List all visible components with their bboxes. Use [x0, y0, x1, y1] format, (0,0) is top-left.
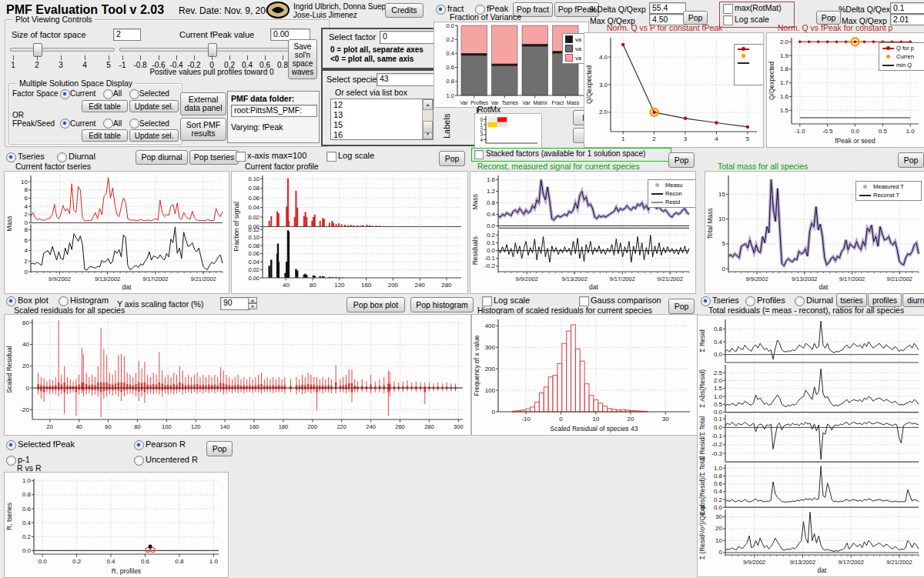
- q-log-scale-checkbox[interactable]: [723, 15, 733, 25]
- svg-text:2.5: 2.5: [714, 369, 723, 376]
- external-data-panel-button[interactable]: Externaldata panel: [180, 92, 226, 115]
- max-rotmat-label: max(RotMat): [735, 3, 782, 12]
- fpeak-seed-selected-radio[interactable]: [129, 119, 139, 129]
- factor-space-slider-thumb[interactable]: [33, 43, 42, 57]
- gauss-comparison-label: Gauss comparison: [591, 296, 661, 305]
- credits-button[interactable]: Credits: [385, 3, 424, 18]
- factor-space-current-radio[interactable]: [60, 89, 70, 99]
- pop-profile-button[interactable]: Pop: [439, 151, 465, 166]
- delta-q-field-left[interactable]: 55.4: [649, 2, 686, 14]
- svg-text:2: 2: [25, 211, 28, 218]
- svg-text:0.4: 0.4: [714, 488, 723, 495]
- svg-text:Fraction of signal: Fraction of signal: [233, 202, 240, 252]
- select-factor-hint-1: 0 = plot all, separate axes: [330, 45, 424, 54]
- svg-text:300: 300: [454, 423, 464, 430]
- svg-text:80: 80: [134, 423, 140, 430]
- delta-q-field-right[interactable]: 0.1: [890, 2, 924, 14]
- pop-total-mass-button[interactable]: Pop: [898, 152, 924, 168]
- total-mass-legend: Measured T Reconst T: [855, 181, 922, 201]
- pop-diurnal-button[interactable]: Pop diurnal: [136, 150, 188, 165]
- y-axis-scaling-spinner[interactable]: ▲▼: [248, 297, 257, 309]
- factor-space-slider-track[interactable]: [10, 48, 115, 52]
- max-rotmat-checkbox[interactable]: [723, 4, 733, 14]
- svg-text:0.6: 0.6: [447, 64, 454, 71]
- edit-table-button-1[interactable]: Edit table: [82, 100, 128, 112]
- select-factor-label: Select factor: [329, 32, 376, 42]
- svg-text:80: 80: [310, 282, 316, 289]
- svg-text:0.4: 0.4: [106, 558, 116, 565]
- specie-list-item[interactable]: 15: [333, 120, 420, 130]
- specie-list-item[interactable]: 13: [333, 110, 420, 120]
- svg-text:1.6: 1.6: [487, 176, 496, 183]
- factor-space-selected-radio[interactable]: [129, 89, 139, 99]
- pop-residual-histogram-button[interactable]: Pop: [668, 299, 695, 314]
- fract-radio[interactable]: [436, 5, 446, 15]
- svg-text:0.0: 0.0: [851, 128, 860, 135]
- size-factor-space-field[interactable]: 2: [113, 28, 141, 41]
- svg-text:120: 120: [191, 423, 201, 430]
- sort-pmf-results-button[interactable]: Sort PMFresults: [180, 118, 226, 141]
- diurnal-small-button[interactable]: diurnal: [902, 293, 924, 307]
- factor-space-current-label: Current: [70, 89, 95, 98]
- svg-text:Residuals: Residuals: [471, 236, 479, 265]
- svg-text:4: 4: [25, 247, 28, 254]
- fpeak-seed-all-radio[interactable]: [103, 119, 113, 129]
- svg-text:9/9/2002: 9/9/2002: [743, 559, 765, 566]
- pop-reconst-button[interactable]: Pop: [668, 152, 695, 168]
- profile-log-scale-label: Log scale: [338, 151, 374, 160]
- svg-text:1.8: 1.8: [780, 65, 789, 72]
- pop-rvsr-button[interactable]: Pop: [206, 441, 233, 456]
- specie-list-item[interactable]: 12: [333, 100, 420, 110]
- svg-text:Σ (Resid²/σ²)/Qexp: Σ (Resid²/σ²)/Qexp: [698, 505, 706, 560]
- svg-text:0.8: 0.8: [714, 473, 723, 479]
- selected-fpeak-radio[interactable]: [6, 440, 16, 450]
- tseries-radio-label: Tseries: [18, 152, 45, 161]
- uncentered-r-radio[interactable]: [134, 456, 144, 466]
- fpeak-seed-current-label: Current: [70, 119, 95, 128]
- factor-space-all-radio[interactable]: [103, 89, 113, 99]
- update-sel-button-2[interactable]: Update sel.: [129, 129, 179, 142]
- max-q-field-right[interactable]: 2.01: [890, 14, 924, 25]
- svg-text:0.02: 0.02: [248, 214, 259, 221]
- xaxis-max-label: x-axis max=100: [247, 151, 306, 160]
- specie-list-item[interactable]: 16: [333, 130, 420, 140]
- pop-box-plot-button[interactable]: Pop box plot: [346, 297, 405, 312]
- svg-text:40: 40: [22, 341, 29, 348]
- pop-tseries-button[interactable]: Pop tseries: [189, 150, 239, 165]
- svg-text:0.0: 0.0: [714, 424, 723, 431]
- svg-text:20: 20: [715, 525, 722, 532]
- box-plot-radio-label: Box plot: [18, 296, 49, 305]
- svg-text:Scaled Residual: Scaled Residual: [5, 346, 13, 393]
- pmf-data-folder-value[interactable]: root:PittsMS_PMF:: [231, 105, 317, 117]
- total-residuals-title: Total residuals (= meas - reconst), rati…: [708, 306, 904, 315]
- fpeak-slider-thumb[interactable]: [208, 43, 217, 57]
- pearson-r-radio[interactable]: [134, 440, 144, 450]
- multiple-solution-space-group: Multiple Solution Space Display Factor S…: [8, 83, 182, 145]
- svg-text:0.08: 0.08: [248, 185, 259, 192]
- save-solution-space-button[interactable]: Savesol'nspacewaves: [288, 39, 317, 79]
- svg-text:8: 8: [25, 226, 28, 233]
- specie-listbox-scrollbar[interactable]: ▲ ▼: [422, 99, 433, 139]
- svg-text:200: 200: [485, 366, 496, 373]
- scroll-up-icon[interactable]: ▲: [423, 99, 433, 110]
- edit-table-button-2[interactable]: Edit table: [82, 129, 128, 142]
- svg-text:30: 30: [715, 513, 722, 520]
- update-sel-button-1[interactable]: Update sel.: [129, 100, 179, 112]
- svg-text:0.6: 0.6: [141, 558, 150, 565]
- svg-text:2.0: 2.0: [780, 38, 789, 45]
- q-vs-p-plot: 2.03.04.012345Q/Qexpected: [584, 32, 764, 148]
- pop-histogram-button[interactable]: Pop histogram: [410, 297, 474, 312]
- p-minus-1-radio[interactable]: [6, 456, 16, 466]
- profile-log-scale-checkbox[interactable]: [326, 152, 336, 162]
- labels-vertical-label[interactable]: Labels: [442, 105, 451, 139]
- y-axis-scaling-field[interactable]: 90: [220, 297, 249, 310]
- xaxis-max-checkbox[interactable]: [236, 152, 246, 162]
- svg-text:dat: dat: [819, 283, 829, 291]
- svg-text:260: 260: [395, 423, 405, 430]
- cu-buffalo-logo: [266, 2, 290, 19]
- scrollbar-thumb[interactable]: [423, 121, 433, 133]
- stacked-factors-checkbox[interactable]: [474, 150, 484, 159]
- svg-text:dat: dat: [122, 283, 132, 291]
- specie-listbox[interactable]: 12 13 15 16 ▲ ▼: [330, 99, 434, 140]
- fpeak-seed-current-radio[interactable]: [60, 119, 70, 129]
